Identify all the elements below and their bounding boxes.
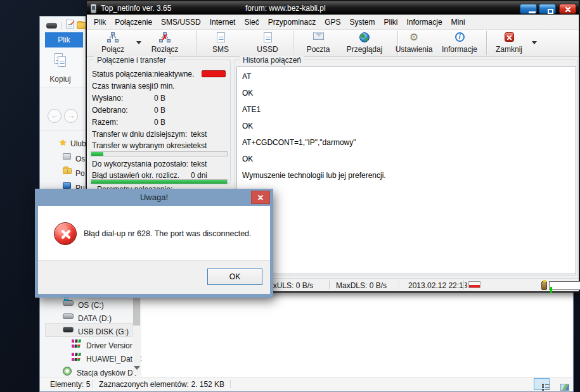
poland-flag-icon — [468, 281, 480, 288]
menu-pliki[interactable]: Pliki — [380, 15, 403, 29]
app-phone-icon — [91, 4, 96, 13]
sms-button[interactable]: SMS — [200, 31, 242, 56]
desktop-icon — [63, 182, 71, 189]
sidebar-item-favorites[interactable]: ★ Ulub — [59, 137, 67, 150]
dvd-drive-icon — [63, 367, 72, 376]
error-dialog: Uwaga! Błąd dial-up nr 628. The port was… — [35, 189, 273, 298]
log-line: OK — [242, 155, 576, 171]
progress-period-fill — [91, 180, 227, 184]
ussd-document-icon — [264, 32, 272, 42]
log-line: AT — [242, 72, 576, 89]
drive-icon[interactable] — [46, 23, 57, 28]
connection-panel: Połączenie i transfer Status połączenia:… — [89, 60, 231, 184]
menu-mini[interactable]: Mini — [447, 15, 470, 29]
menu-polaczenie[interactable]: Połączenie — [110, 15, 157, 29]
menu-gps[interactable]: GPS — [320, 15, 345, 29]
menu-plik[interactable]: Plik — [89, 15, 110, 29]
data-drive-icon — [63, 313, 74, 319]
items-count: Elementy: 5 — [50, 380, 90, 389]
signal-meter — [549, 281, 580, 290]
menu-sms-ussd[interactable]: SMS/USSD — [157, 15, 205, 29]
copy-button[interactable]: Kopiuj — [45, 49, 75, 86]
battery-icon — [541, 281, 547, 290]
dialog-footer: OK — [38, 260, 270, 294]
settings-button[interactable]: ⚙ Ustawienia — [392, 31, 436, 56]
explorer-status-bar: Elementy: 5 Zaznaczonych elementów: 2. 1… — [40, 377, 573, 391]
back-button[interactable]: ← — [48, 109, 61, 123]
maximize-icon — [548, 9, 553, 14]
recent-places-icon — [63, 153, 71, 160]
close-icon — [565, 6, 571, 13]
star-icon: ★ — [59, 137, 67, 148]
dialog-title: Uwaga! — [35, 189, 273, 206]
sms-document-icon — [217, 32, 225, 42]
dialog-close-button[interactable] — [251, 191, 270, 204]
ok-button[interactable]: OK — [207, 269, 262, 285]
check-mark-icon: ✓ — [70, 19, 75, 27]
list-view-icon — [542, 384, 550, 391]
disconnect-button[interactable]: ✗ Rozłącz — [144, 31, 186, 56]
details-view-button[interactable] — [534, 378, 550, 390]
usb-drive-icon — [63, 327, 74, 332]
history-log[interactable]: AT OK ATE1 OK AT+CGDCONT=1,"IP","darmowy… — [236, 66, 576, 274]
log-line: OK — [242, 89, 576, 105]
system-drive-icon — [63, 300, 74, 306]
sidebar-item-recent[interactable]: Os — [63, 153, 71, 165]
selected-size: Zaznaczonych elementów: 2. 152 KB — [99, 380, 224, 389]
log-line: AT+CGDCONT=1,"IP","darmowy" — [242, 138, 576, 155]
sidebar-item-usb-g[interactable]: USB DISK (G:) — [63, 326, 74, 338]
error-icon — [54, 222, 77, 245]
sidebar-item-driver-version[interactable]: Driver Version 4 — [72, 339, 81, 352]
history-panel-title: Historia połączeń — [240, 56, 304, 65]
forward-button[interactable]: → — [64, 109, 78, 123]
menu-siec[interactable]: Sieć — [240, 15, 263, 29]
red-close-icon — [505, 32, 514, 42]
sidebar-item-downloads[interactable]: ↓ Po — [63, 167, 72, 180]
connect-button[interactable]: Połącz — [92, 31, 134, 56]
exit-button[interactable]: Zamknij — [490, 31, 528, 56]
minimize-button[interactable] — [520, 4, 537, 14]
status-indicator-red — [202, 70, 226, 77]
thumbnail-view-button[interactable] — [552, 378, 568, 390]
exit-dropdown-arrow[interactable] — [532, 41, 537, 44]
menu-przypominacz[interactable]: Przypominacz — [264, 15, 320, 29]
disconnect-icon: ✗ — [159, 32, 171, 42]
datetime: 2013.02.12 22:13 — [408, 281, 467, 290]
gear-icon: ⚙ — [409, 32, 418, 42]
minimize-icon — [529, 11, 536, 13]
close-icon — [257, 194, 264, 201]
thumbnail-view-icon — [560, 384, 569, 391]
browse-button[interactable]: Przeglądaj — [340, 31, 389, 56]
window-title: Top_netinfo ver. 3.65 — [101, 4, 171, 13]
toolbar: Połącz ✗ Rozłącz SMS USSD Poczta Przeglą… — [87, 30, 579, 57]
ussd-button[interactable]: USSD — [247, 31, 288, 56]
info-button[interactable]: i Informacje — [437, 31, 482, 56]
sidebar-item-data-d[interactable]: DATA (D:) — [63, 312, 74, 325]
rar-archive-icon — [72, 353, 81, 361]
menu-bar: Plik Połączenie SMS/USSD Internet Sieć P… — [87, 15, 579, 30]
copy-icon — [55, 53, 66, 67]
connect-icon — [107, 32, 119, 42]
scrollbar-thumb[interactable] — [133, 298, 140, 326]
sidebar-item-huawei-data[interactable]: HUAWEI_DataC — [72, 353, 81, 365]
forum-text: forum: www.bez-kabli.pl — [245, 4, 326, 13]
period-progress-bar — [91, 179, 228, 184]
log-line: OK — [242, 122, 576, 138]
transfer-progress-bar — [91, 151, 228, 156]
menu-informacje[interactable]: Informacje — [403, 15, 447, 29]
close-button[interactable] — [559, 4, 576, 14]
maximize-button[interactable] — [539, 4, 556, 14]
info-icon: i — [455, 32, 465, 42]
menu-system[interactable]: System — [345, 15, 380, 29]
title-bar[interactable]: Top_netinfo ver. 3.65 forum: www.bez-kab… — [87, 1, 579, 15]
scrollbar-down-arrow[interactable] — [134, 366, 140, 370]
folder-icon[interactable] — [77, 22, 86, 29]
connect-dropdown-arrow[interactable] — [136, 41, 141, 44]
sidebar-item-os-c[interactable]: OS (C:) — [63, 299, 74, 312]
mail-button[interactable]: Poczta — [297, 31, 339, 56]
progress-today-fill — [91, 152, 103, 156]
menu-internet[interactable]: Internet — [205, 15, 240, 29]
dialog-message: Błąd dial-up nr 628. The port was discon… — [84, 229, 252, 238]
tab-plik[interactable]: Plik — [45, 32, 83, 47]
downloads-folder-icon: ↓ — [63, 168, 72, 174]
